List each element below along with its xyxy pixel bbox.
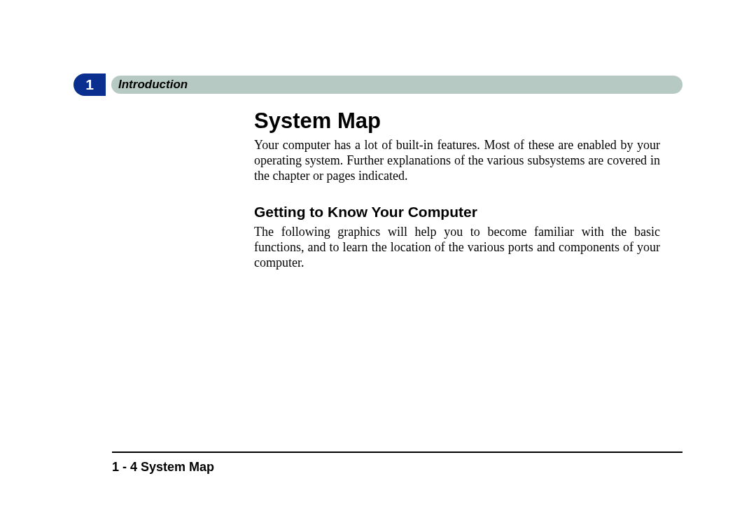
header-bar: Introduction: [111, 76, 682, 94]
header-label: Introduction: [118, 78, 188, 92]
page-title: System Map: [254, 108, 660, 134]
chapter-number: 1: [85, 76, 94, 93]
footer-divider: [112, 451, 682, 453]
intro-paragraph: Your computer has a lot of built-in feat…: [254, 138, 660, 184]
section-subheading: Getting to Know Your Computer: [254, 204, 660, 220]
header-row: 1 Introduction: [74, 74, 682, 96]
section-paragraph: The following graphics will help you to …: [254, 225, 660, 271]
page-content: 1 Introduction System Map Your computer …: [74, 74, 682, 290]
footer-text: 1 - 4 System Map: [112, 460, 214, 475]
chapter-badge: 1: [74, 74, 106, 96]
content-block: System Map Your computer has a lot of bu…: [254, 108, 660, 271]
